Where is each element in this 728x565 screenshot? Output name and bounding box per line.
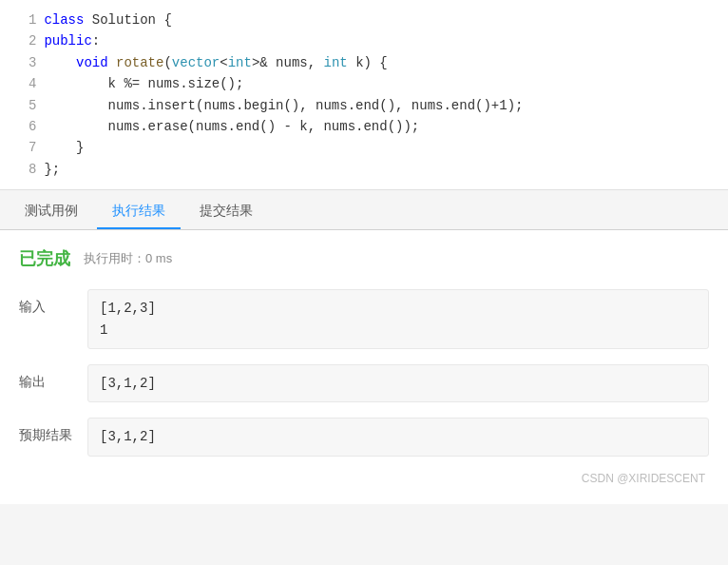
code-token [44, 55, 76, 70]
tabs-bar: 测试用例 执行结果 提交结果 [0, 190, 728, 230]
line-number: 2 [0, 30, 40, 51]
line-number: 5 [0, 95, 40, 116]
output-box: [3,1,2] [87, 364, 709, 402]
code-line: 3 void rotate(vector<int>& nums, int k) … [0, 52, 728, 73]
line-content: void rotate(vector<int>& nums, int k) { [40, 52, 728, 73]
exec-time: 执行用时：0 ms [84, 250, 172, 267]
expected-label: 预期结果 [19, 418, 87, 456]
code-token: } [44, 140, 84, 155]
code-line: 1class Solution { [0, 10, 728, 30]
tab-submit-result[interactable]: 提交结果 [184, 195, 268, 229]
code-line: 8}; [0, 159, 728, 180]
status-row: 已完成 执行用时：0 ms [19, 247, 709, 270]
tab-execution-result[interactable]: 执行结果 [97, 195, 181, 229]
code-line: 4 k %= nums.size(); [0, 73, 728, 94]
tab-test-cases[interactable]: 测试用例 [10, 195, 93, 229]
expected-row: 预期结果 [3,1,2] [19, 418, 709, 456]
line-content: }; [40, 159, 728, 180]
line-content: } [40, 137, 728, 158]
code-line: 7 } [0, 137, 728, 158]
line-number: 1 [0, 10, 40, 30]
line-number: 8 [0, 159, 40, 180]
output-row: 输出 [3,1,2] [19, 364, 709, 402]
code-token: vector [172, 55, 220, 70]
code-token: nums.insert(nums.begin(), nums.end(), nu… [44, 98, 523, 113]
line-number: 4 [0, 73, 40, 94]
code-token: }; [44, 162, 60, 177]
code-editor: 1class Solution {2public:3 void rotate(v… [0, 0, 728, 190]
code-token: nums.erase(nums.end() - k, nums.end()); [44, 119, 419, 134]
code-line: 2public: [0, 30, 728, 51]
status-done: 已完成 [19, 247, 70, 270]
line-content: k %= nums.size(); [40, 73, 728, 94]
code-token: >& nums, [252, 55, 324, 70]
code-token: : [92, 33, 100, 49]
code-token: void [76, 55, 116, 70]
code-token: k %= nums.size(); [44, 76, 243, 91]
input-box: [1,2,3] 1 [87, 289, 709, 349]
results-area: 已完成 执行用时：0 ms 输入 [1,2,3] 1 输出 [3,1,2] 预期… [0, 230, 728, 504]
expected-box: [3,1,2] [87, 418, 709, 456]
code-token: k) { [348, 55, 388, 70]
code-token: class [44, 12, 91, 28]
line-number: 7 [0, 137, 40, 158]
code-token: < [220, 55, 227, 70]
line-number: 3 [0, 52, 40, 73]
code-token: public [44, 33, 91, 49]
input-value2: 1 [100, 320, 697, 341]
watermark: CSDN @XIRIDESCENT [19, 472, 709, 485]
line-content: public: [40, 30, 728, 51]
input-row: 输入 [1,2,3] 1 [19, 289, 709, 349]
line-content: class Solution { [40, 10, 728, 30]
line-number: 6 [0, 116, 40, 137]
line-content: nums.erase(nums.end() - k, nums.end()); [40, 116, 728, 137]
code-token: rotate [116, 55, 163, 70]
input-label: 输入 [19, 289, 87, 349]
code-line: 6 nums.erase(nums.end() - k, nums.end())… [0, 116, 728, 137]
output-label: 输出 [19, 364, 87, 402]
line-content: nums.insert(nums.begin(), nums.end(), nu… [40, 95, 728, 116]
code-token: int [324, 55, 348, 70]
code-token: ( [163, 55, 171, 70]
code-token: Solution { [92, 12, 172, 28]
input-value1: [1,2,3] [100, 298, 697, 319]
code-table: 1class Solution {2public:3 void rotate(v… [0, 10, 728, 180]
code-token: int [228, 55, 252, 70]
code-line: 5 nums.insert(nums.begin(), nums.end(), … [0, 95, 728, 116]
